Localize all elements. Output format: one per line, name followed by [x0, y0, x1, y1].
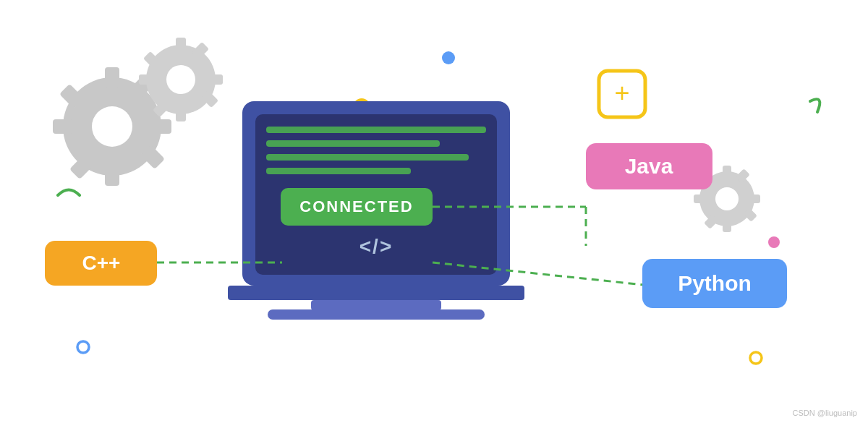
svg-rect-2 — [105, 67, 119, 87]
dot-yellow-bottom — [750, 352, 762, 364]
dot-blue-top — [442, 51, 455, 64]
connected-label: CONNECTED — [299, 197, 413, 215]
code-line-4 — [266, 168, 411, 174]
svg-rect-14 — [208, 74, 223, 85]
arc-green-right — [810, 99, 820, 112]
code-line-3 — [266, 154, 469, 161]
laptop-foot — [268, 309, 485, 320]
watermark: CSDN @liuguanip — [793, 409, 857, 417]
arc-green-left — [58, 190, 80, 196]
dot-pink-right — [768, 236, 780, 248]
svg-rect-5 — [53, 119, 73, 134]
svg-rect-13 — [176, 107, 186, 121]
svg-rect-3 — [105, 166, 119, 186]
dot-blue-bottom — [77, 341, 89, 353]
svg-point-11 — [166, 65, 195, 94]
svg-rect-24 — [749, 195, 760, 203]
svg-rect-22 — [723, 166, 731, 177]
cpp-label: C++ — [82, 252, 121, 274]
code-line-2 — [266, 140, 440, 147]
plus-box-icon: + — [599, 71, 645, 117]
svg-rect-25 — [694, 195, 705, 203]
svg-rect-15 — [139, 74, 153, 85]
code-line-1 — [266, 127, 486, 133]
svg-text:+: + — [614, 78, 629, 108]
svg-point-1 — [92, 106, 132, 147]
java-label: Java — [625, 154, 673, 178]
svg-rect-23 — [723, 221, 731, 232]
svg-point-21 — [715, 187, 739, 210]
svg-rect-4 — [151, 119, 171, 134]
laptop-base — [228, 286, 524, 300]
python-label: Python — [678, 271, 752, 295]
laptop-stand — [311, 300, 441, 310]
illustration-svg: + CONNECTED </> — [0, 0, 868, 423]
svg-rect-12 — [176, 38, 186, 52]
code-tag: </> — [359, 235, 393, 257]
main-scene: + CONNECTED </> — [0, 0, 868, 423]
